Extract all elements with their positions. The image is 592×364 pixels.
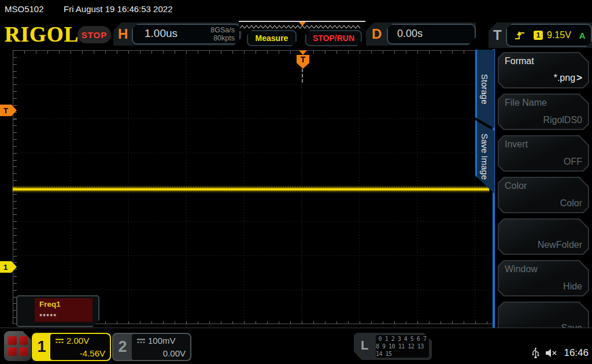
delay-box[interactable]: 0.00s: [387, 24, 476, 44]
menu-item-file-name[interactable]: File Name RigolDS0: [498, 94, 589, 130]
logic-row2: 8 9 10 11 12 13 14 15: [376, 343, 429, 358]
delay-value: 0.00s: [397, 28, 423, 40]
channel1-trace: [13, 187, 489, 192]
channel2-number: 2: [113, 334, 132, 360]
overview-trigger-marker-icon: [299, 22, 306, 26]
run-state-badge[interactable]: STOP: [77, 26, 111, 43]
speaker-muted-icon: [545, 348, 558, 358]
waveform-overview-strip[interactable]: [239, 21, 365, 31]
measurement-value: *****: [39, 312, 57, 321]
menu-item-value: OFF: [564, 157, 582, 167]
menu-item-invert[interactable]: Invert OFF: [498, 135, 589, 172]
stop-run-button[interactable]: STOP/RUN: [305, 30, 362, 46]
trigger-level-value: 9.15V: [547, 30, 571, 40]
trigger-source-badge: 1: [534, 31, 543, 40]
red-grid-icon: [8, 336, 28, 356]
tab-storage[interactable]: Storage: [475, 50, 494, 128]
horizontal-group[interactable]: H 1.00us 8GSa/s 80kpts: [113, 23, 242, 46]
channel2-offset: 0.00V: [163, 348, 186, 358]
measurement-label: Freq1: [39, 300, 61, 309]
menu-item-format[interactable]: Format *.png>: [498, 52, 589, 88]
menu-item-label: Invert: [505, 139, 528, 150]
channel1-status[interactable]: 1 2.00V -4.56V: [33, 334, 110, 360]
menu-item-color[interactable]: Color Color: [498, 177, 589, 213]
menu-item-value: NewFolder: [538, 240, 582, 250]
menu-item-new-folder[interactable]: NewFolder: [498, 218, 589, 255]
trigger-sweep-mode: A: [579, 31, 586, 40]
tab-label: Storage: [480, 74, 490, 105]
menu-item-label: Color: [505, 181, 527, 191]
sample-rate: 8GSa/s: [210, 26, 235, 34]
dc-coupling-icon: [55, 338, 64, 344]
datetime-label: Fri August 19 16:46:53 2022: [64, 4, 172, 14]
model-label: MSO5102: [5, 4, 44, 14]
rigol-logo: RIGOL: [5, 22, 79, 47]
channel1-scale: 2.00V: [66, 336, 89, 346]
menu-item-value: Hide: [563, 281, 582, 292]
channel1-number: 1: [33, 334, 50, 360]
logic-badge: L: [361, 338, 368, 353]
memory-depth: 80kpts: [210, 34, 235, 42]
menu-item-value: Color: [560, 198, 582, 209]
menu-item-label: Format: [505, 56, 534, 66]
measurement-panel: Freq1 *****: [35, 298, 92, 322]
menu-item-window[interactable]: Window Hide: [498, 260, 589, 296]
trigger-badge: T: [493, 24, 502, 47]
measurement-box[interactable]: Freq1 *****: [16, 295, 99, 327]
tab-label: Save Image: [480, 133, 490, 180]
timebase-value: 1.00us: [145, 27, 177, 40]
delay-badge: D: [372, 23, 382, 46]
oscilloscope-screen: MSO5102 Fri August 19 16:46:53 2022 RIGO…: [0, 0, 592, 364]
menu-item-value: RigolDS0: [543, 115, 582, 125]
measure-button[interactable]: Measure: [247, 30, 297, 46]
menu-item-value: *.png: [554, 73, 575, 83]
menu-item-label: Window: [505, 264, 538, 274]
usb-icon: [532, 347, 539, 359]
logic-channel-numbers: 0 1 2 3 4 5 6 7 8 9 10 11 12 13 14 15: [376, 335, 429, 358]
logic-channels-status[interactable]: L 0 1 2 3 4 5 6 7 8 9 10 11 12 13 14 15: [354, 333, 432, 360]
channel1-offset: -4.56V: [80, 348, 105, 358]
trigger-position-dash: [302, 69, 303, 83]
channel2-scale: 100mV: [148, 336, 176, 346]
title-bar: MSO5102 Fri August 19 16:46:53 2022: [0, 0, 592, 17]
bottom-bar: 1 2.00V -4.56V 2: [0, 328, 592, 364]
side-menu-panel: Format *.png> File Name RigolDS0 Invert …: [493, 49, 592, 344]
horizontal-badge: H: [118, 23, 128, 46]
trigger-edge-icon: [514, 30, 526, 40]
status-icons: 16:46: [532, 347, 589, 359]
channel2-status[interactable]: 2 100mV 0.00V: [113, 334, 190, 360]
dc-coupling-icon: [136, 338, 146, 344]
acquisition-info: 8GSa/s 80kpts: [210, 26, 235, 42]
trigger-box[interactable]: 1 9.15V A: [506, 24, 592, 47]
clock-label: 16:46: [564, 347, 589, 359]
channel-grid-button[interactable]: [4, 331, 31, 361]
chevron-right-icon: >: [576, 72, 582, 83]
trigger-position-arrow-icon: [299, 50, 307, 55]
logic-row1: 0 1 2 3 4 5 6 7: [379, 335, 427, 343]
timebase-box[interactable]: 1.00us 8GSa/s 80kpts: [132, 24, 240, 44]
menu-item-label: File Name: [505, 98, 547, 108]
delay-group[interactable]: D 0.00s: [366, 23, 476, 46]
trigger-group[interactable]: T 1 9.15V A: [489, 23, 592, 48]
